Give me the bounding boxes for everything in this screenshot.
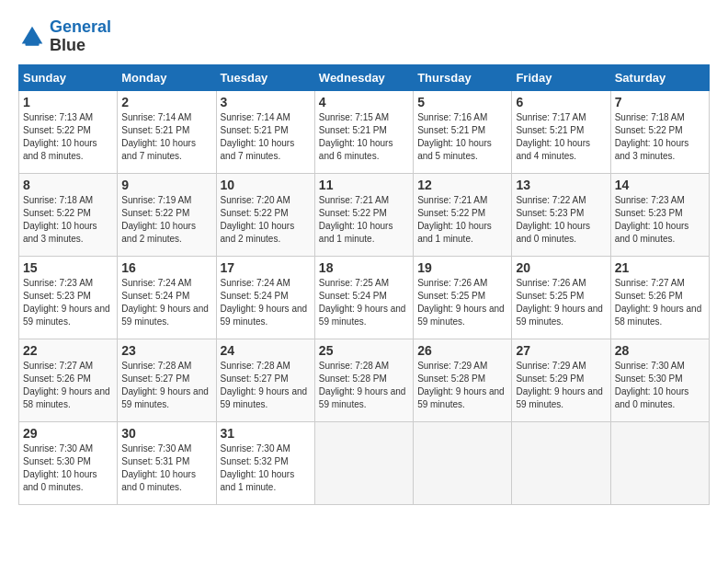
day-number: 5	[417, 95, 507, 109]
day-info: Sunrise: 7:14 AM Sunset: 5:21 PM Dayligh…	[221, 111, 311, 163]
calendar-day: 8 Sunrise: 7:18 AM Sunset: 5:22 PM Dayli…	[19, 173, 118, 256]
calendar-day: 5 Sunrise: 7:16 AM Sunset: 5:21 PM Dayli…	[414, 90, 512, 173]
day-info: Sunrise: 7:30 AM Sunset: 5:31 PM Dayligh…	[121, 442, 211, 494]
day-number: 16	[121, 260, 211, 275]
day-info: Sunrise: 7:30 AM Sunset: 5:32 PM Dayligh…	[221, 442, 311, 494]
calendar-day: 20 Sunrise: 7:26 AM Sunset: 5:25 PM Dayl…	[512, 256, 610, 339]
day-number: 4	[319, 95, 409, 109]
day-info: Sunrise: 7:27 AM Sunset: 5:26 PM Dayligh…	[23, 360, 113, 411]
day-info: Sunrise: 7:23 AM Sunset: 5:23 PM Dayligh…	[615, 194, 705, 246]
calendar-day: 17 Sunrise: 7:24 AM Sunset: 5:24 PM Dayl…	[216, 256, 314, 339]
day-number: 7	[615, 95, 705, 109]
day-info: Sunrise: 7:29 AM Sunset: 5:29 PM Dayligh…	[516, 360, 606, 411]
day-number: 28	[615, 343, 705, 358]
day-number: 15	[23, 260, 113, 275]
day-info: Sunrise: 7:16 AM Sunset: 5:21 PM Dayligh…	[417, 111, 507, 163]
day-number: 23	[121, 343, 211, 358]
day-number: 21	[615, 260, 705, 275]
day-info: Sunrise: 7:29 AM Sunset: 5:28 PM Dayligh…	[417, 360, 507, 411]
calendar-day: 27 Sunrise: 7:29 AM Sunset: 5:29 PM Dayl…	[512, 339, 610, 421]
day-number: 19	[417, 260, 507, 275]
svg-marker-0	[22, 27, 43, 44]
calendar-day: 11 Sunrise: 7:21 AM Sunset: 5:22 PM Dayl…	[314, 173, 413, 256]
day-info: Sunrise: 7:21 AM Sunset: 5:22 PM Dayligh…	[417, 194, 507, 246]
day-info: Sunrise: 7:28 AM Sunset: 5:28 PM Dayligh…	[319, 360, 409, 411]
calendar-header: SundayMondayTuesdayWednesdayThursdayFrid…	[19, 64, 710, 90]
calendar-day: 6 Sunrise: 7:17 AM Sunset: 5:21 PM Dayli…	[512, 90, 610, 173]
day-info: Sunrise: 7:27 AM Sunset: 5:26 PM Dayligh…	[615, 277, 705, 328]
day-number: 24	[221, 343, 311, 358]
calendar-day: 25 Sunrise: 7:28 AM Sunset: 5:28 PM Dayl…	[314, 339, 413, 421]
calendar-day: 12 Sunrise: 7:21 AM Sunset: 5:22 PM Dayl…	[414, 173, 512, 256]
calendar-table: SundayMondayTuesdayWednesdayThursdayFrid…	[18, 64, 710, 505]
day-info: Sunrise: 7:30 AM Sunset: 5:30 PM Dayligh…	[23, 442, 113, 494]
calendar-day: 31 Sunrise: 7:30 AM Sunset: 5:32 PM Dayl…	[216, 421, 314, 504]
calendar-day: 26 Sunrise: 7:29 AM Sunset: 5:28 PM Dayl…	[414, 339, 512, 421]
calendar-day: 22 Sunrise: 7:27 AM Sunset: 5:26 PM Dayl…	[19, 339, 118, 421]
day-number: 6	[516, 95, 606, 109]
calendar-day: 19 Sunrise: 7:26 AM Sunset: 5:25 PM Dayl…	[414, 256, 512, 339]
day-info: Sunrise: 7:14 AM Sunset: 5:21 PM Dayligh…	[121, 111, 211, 163]
day-info: Sunrise: 7:15 AM Sunset: 5:21 PM Dayligh…	[319, 111, 409, 163]
day-number: 30	[121, 426, 211, 441]
calendar-day	[414, 421, 512, 504]
weekday-header-tuesday: Tuesday	[216, 64, 314, 90]
day-number: 22	[23, 343, 113, 358]
day-info: Sunrise: 7:23 AM Sunset: 5:23 PM Dayligh…	[23, 277, 113, 328]
day-number: 17	[221, 260, 311, 275]
calendar-day: 29 Sunrise: 7:30 AM Sunset: 5:30 PM Dayl…	[19, 421, 118, 504]
day-number: 1	[23, 95, 113, 109]
calendar-week-3: 15 Sunrise: 7:23 AM Sunset: 5:23 PM Dayl…	[19, 256, 710, 339]
calendar-day: 15 Sunrise: 7:23 AM Sunset: 5:23 PM Dayl…	[19, 256, 118, 339]
calendar-day: 3 Sunrise: 7:14 AM Sunset: 5:21 PM Dayli…	[216, 90, 314, 173]
weekday-header-monday: Monday	[118, 64, 216, 90]
day-number: 13	[516, 178, 606, 192]
day-number: 10	[221, 178, 311, 192]
day-number: 26	[417, 343, 507, 358]
calendar-day: 10 Sunrise: 7:20 AM Sunset: 5:22 PM Dayl…	[216, 173, 314, 256]
weekday-header-wednesday: Wednesday	[314, 64, 413, 90]
day-info: Sunrise: 7:19 AM Sunset: 5:22 PM Dayligh…	[121, 194, 211, 246]
calendar-week-4: 22 Sunrise: 7:27 AM Sunset: 5:26 PM Dayl…	[19, 339, 710, 421]
day-number: 3	[221, 95, 311, 109]
day-number: 18	[319, 260, 409, 275]
logo: GeneralBlue	[18, 18, 111, 55]
day-number: 20	[516, 260, 606, 275]
day-info: Sunrise: 7:24 AM Sunset: 5:24 PM Dayligh…	[121, 277, 211, 328]
calendar-day: 2 Sunrise: 7:14 AM Sunset: 5:21 PM Dayli…	[118, 90, 216, 173]
calendar-day: 16 Sunrise: 7:24 AM Sunset: 5:24 PM Dayl…	[118, 256, 216, 339]
calendar-day	[512, 421, 610, 504]
svg-rect-1	[26, 42, 40, 46]
day-number: 2	[121, 95, 211, 109]
weekday-header-sunday: Sunday	[19, 64, 118, 90]
calendar-day: 30 Sunrise: 7:30 AM Sunset: 5:31 PM Dayl…	[118, 421, 216, 504]
day-info: Sunrise: 7:13 AM Sunset: 5:22 PM Dayligh…	[23, 111, 113, 163]
day-number: 8	[23, 178, 113, 192]
calendar-day: 1 Sunrise: 7:13 AM Sunset: 5:22 PM Dayli…	[19, 90, 118, 173]
logo-icon	[18, 23, 46, 51]
calendar-day	[610, 421, 709, 504]
calendar-day: 18 Sunrise: 7:25 AM Sunset: 5:24 PM Dayl…	[314, 256, 413, 339]
calendar-day: 7 Sunrise: 7:18 AM Sunset: 5:22 PM Dayli…	[610, 90, 709, 173]
calendar-day: 4 Sunrise: 7:15 AM Sunset: 5:21 PM Dayli…	[314, 90, 413, 173]
day-info: Sunrise: 7:20 AM Sunset: 5:22 PM Dayligh…	[221, 194, 311, 246]
day-number: 9	[121, 178, 211, 192]
calendar-day	[314, 421, 413, 504]
day-info: Sunrise: 7:24 AM Sunset: 5:24 PM Dayligh…	[221, 277, 311, 328]
day-info: Sunrise: 7:28 AM Sunset: 5:27 PM Dayligh…	[121, 360, 211, 411]
weekday-header-saturday: Saturday	[610, 64, 709, 90]
day-number: 31	[221, 426, 311, 441]
calendar-day: 23 Sunrise: 7:28 AM Sunset: 5:27 PM Dayl…	[118, 339, 216, 421]
calendar-day: 13 Sunrise: 7:22 AM Sunset: 5:23 PM Dayl…	[512, 173, 610, 256]
weekday-header-friday: Friday	[512, 64, 610, 90]
day-info: Sunrise: 7:30 AM Sunset: 5:30 PM Dayligh…	[615, 360, 705, 411]
day-info: Sunrise: 7:17 AM Sunset: 5:21 PM Dayligh…	[516, 111, 606, 163]
day-number: 14	[615, 178, 705, 192]
calendar-body: 1 Sunrise: 7:13 AM Sunset: 5:22 PM Dayli…	[19, 90, 710, 504]
day-info: Sunrise: 7:21 AM Sunset: 5:22 PM Dayligh…	[319, 194, 409, 246]
day-number: 25	[319, 343, 409, 358]
day-number: 27	[516, 343, 606, 358]
calendar-day: 24 Sunrise: 7:28 AM Sunset: 5:27 PM Dayl…	[216, 339, 314, 421]
weekday-header-row: SundayMondayTuesdayWednesdayThursdayFrid…	[19, 64, 710, 90]
day-info: Sunrise: 7:26 AM Sunset: 5:25 PM Dayligh…	[516, 277, 606, 328]
